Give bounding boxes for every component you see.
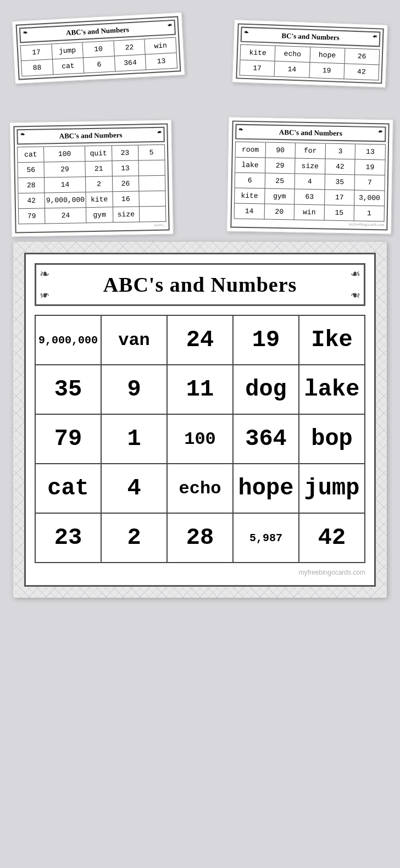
mini-cell [139,191,166,207]
main-cell: 100 [168,415,234,464]
mini-cell: 10 [83,41,115,58]
mini-cell: win [295,205,325,221]
mini-cell: 63 [295,190,325,205]
mini-cell [139,176,166,192]
main-cell: 19 [234,316,299,365]
mini-cell: room [236,142,266,158]
mini-cell: size [113,207,140,222]
mini-cell: 5 [138,145,165,161]
mini-cell: 29 [45,162,86,177]
main-cell: 5,987 [234,514,299,563]
corner-deco-bl: ❧ [40,288,49,302]
mini-cell: 17 [240,60,275,77]
mini-cell: 26 [345,48,380,65]
mini-cell: 22 [114,40,146,57]
mini-cell: kite [86,192,113,208]
mini-cell: 79 [19,208,46,224]
mini-grid-bl: cat100quit235562921132814226429,000,000k… [17,144,166,225]
mini-cell: 14 [235,204,265,220]
mini-cell: 90 [265,143,296,159]
mini-cell: 9,000,000 [45,192,87,208]
mini-cell: 3,000 [354,190,385,206]
main-cell: 23 [36,514,102,563]
main-cell: 2 [102,514,168,563]
mini-cell: echo [275,46,310,63]
main-cell: jump [299,464,365,514]
mini-cell: 35 [325,174,355,190]
mini-cell: 1 [354,205,385,221]
mini-cell [138,160,165,176]
mini-cell: gym [265,189,295,205]
mini-grid-tl: 17 jump 10 22 win 88 cat 6 364 13 [20,37,178,77]
mini-cell: 25 [265,174,295,190]
main-cell: hope [234,464,299,514]
mini-cell: 14 [45,177,86,193]
mini-cell: 29 [265,158,296,174]
mini-title-bl: ABC's and Numbers [16,127,164,145]
mini-cell: 4 [295,174,325,190]
main-grid: 9,000,000van2419Ike35911doglake791100364… [35,315,365,563]
mini-cell: 13 [146,53,177,70]
mini-cell: 19 [355,159,385,175]
mini-cell: 42 [344,64,379,80]
mini-cell: 24 [45,208,87,224]
main-watermark: myfreebingocards.com [35,569,365,576]
mini-title-tr: BC's and Numbers [241,27,381,47]
main-cell: cat [36,464,102,514]
mini-grid-tr: kite echo hope 26 17 14 19 42 [240,44,380,81]
main-cell: 11 [168,365,234,415]
corner-deco-br: ❧ [351,288,360,302]
mini-card-tr: BC's and Numbers kite echo hope 26 17 14… [232,19,388,88]
main-card: ❧ ❧ ❧ ❧ ABC's and Numbers 9,000,000van24… [24,253,376,587]
mini-cell: cat [53,58,85,75]
mini-cell: 13 [112,160,139,176]
mini-cell: hope [310,47,345,64]
main-cell: bop [299,415,365,464]
main-cell: 28 [168,514,234,563]
mini-cell: 42 [325,159,355,175]
main-cell: dog [234,365,299,415]
mini-cell: 6 [235,173,265,189]
main-cell: 42 [299,514,365,563]
main-cell: 9 [102,365,168,415]
corner-deco-tr: ❧ [351,267,360,281]
mini-cell: lake [235,158,265,174]
mini-card-br: ABC's and Numbers room90for313lake29size… [226,116,393,234]
mini-cell: 7 [355,175,385,191]
mini-cell: 17 [325,190,355,205]
main-card-wrapper: ❧ ❧ ❧ ❧ ABC's and Numbers 9,000,000van24… [13,242,387,598]
main-cell: 364 [234,415,299,464]
main-cell: 35 [36,365,102,415]
mini-cell: 14 [275,62,310,78]
mini-card-bl: ABC's and Numbers cat100quit235562921132… [9,119,174,237]
main-title-text: ABC's and Numbers [103,273,297,296]
main-cell: van [102,316,168,365]
mini-cell: 42 [18,193,45,209]
mini-cell: for [296,143,326,159]
mini-cell: 23 [112,146,139,162]
mini-cell: 15 [324,205,354,221]
main-cell: echo [168,464,234,514]
main-cell: 79 [36,415,102,464]
top-cluster: ABC's and Numbers 17 jump 10 22 win 88 c… [8,11,392,225]
mini-grid-br: room90for313lake29size42196254357kitegym… [234,142,386,222]
mini-cell: 13 [355,144,386,160]
mini-cell: 28 [18,177,45,193]
main-cell: lake [299,365,365,415]
mini-cell: 364 [115,55,147,72]
main-title-box: ❧ ❧ ❧ ❧ ABC's and Numbers [35,263,365,306]
mini-cell: 2 [86,176,113,192]
mini-title-br: ABC's and Numbers [235,124,386,142]
mini-cell: kite [235,188,265,204]
mini-cell: 16 [113,191,140,207]
mini-cell: 56 [18,162,45,178]
mini-cell: win [145,38,177,55]
mini-cell: kite [241,45,276,62]
mini-cell: 100 [44,146,86,162]
main-cell: 9,000,000 [36,316,102,365]
mini-cell [140,207,166,222]
main-cell: 4 [102,464,168,514]
corner-deco-tl: ❧ [40,267,49,281]
mini-cell: jump [52,42,84,59]
mini-cell: 88 [21,59,53,76]
